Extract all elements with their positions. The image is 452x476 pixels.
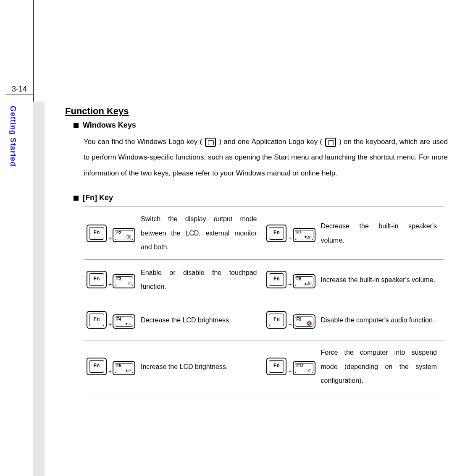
para-text-2: ) and one Application Logo key ( bbox=[219, 138, 324, 146]
page-content: Function Keys Windows Keys You can find … bbox=[65, 106, 448, 393]
windows-keys-heading: Windows Keys bbox=[74, 121, 448, 130]
f9-key-icon: F9🔇 bbox=[293, 314, 315, 329]
key-description: Decrease the built-in speaker's volume. bbox=[318, 214, 444, 252]
key-description: Disable the computer's audio function. bbox=[318, 308, 444, 332]
fn-key-icon: Fn bbox=[87, 311, 107, 329]
fn-key-icon: Fn bbox=[266, 358, 286, 375]
key-combo: Fn + F7▾🔊 bbox=[264, 220, 318, 247]
f12-key-icon: F12zᶻ bbox=[293, 361, 315, 375]
plus-icon: + bbox=[108, 235, 112, 241]
key-description: Force the computer into suspend mode (de… bbox=[318, 340, 444, 393]
fn-key-section: [Fn] Key Fn + F2⌧ Switch the display out… bbox=[65, 194, 448, 393]
plus-icon: + bbox=[288, 368, 292, 374]
square-bullet-icon bbox=[74, 196, 79, 201]
fn-key-icon: Fn bbox=[266, 225, 286, 242]
windows-keys-title: Windows Keys bbox=[83, 121, 136, 130]
page-number: 3-14 bbox=[12, 85, 27, 94]
plus-icon: + bbox=[288, 281, 292, 288]
page-title: Function Keys bbox=[65, 106, 448, 117]
sidebar-section-label: Getting Started bbox=[8, 106, 17, 167]
plus-icon: + bbox=[288, 321, 292, 328]
para-text-1: You can find the Windows Logo key ( bbox=[84, 138, 204, 146]
f4-key-icon: F4▾☼ bbox=[113, 314, 135, 329]
fn-key-icon: Fn bbox=[87, 358, 107, 375]
key-description: Increase the built-in speaker's volume. bbox=[318, 268, 444, 292]
page-num-underline bbox=[6, 94, 33, 94]
key-combo: Fn + F5▴☼ bbox=[84, 353, 138, 380]
plus-icon: + bbox=[108, 368, 112, 374]
f8-key-icon: F8▴🔊 bbox=[293, 274, 315, 288]
key-description: Enable or disable the touchpad function. bbox=[138, 261, 264, 299]
key-description: Switch the display output mode between t… bbox=[138, 207, 264, 259]
table-row: Fn + F2⌧ Switch the display output mode … bbox=[84, 207, 444, 260]
key-combo: Fn + F2⌧ bbox=[84, 220, 138, 247]
f7-key-icon: F7▾🔊 bbox=[293, 228, 315, 242]
fn-key-icon: Fn bbox=[266, 271, 286, 288]
fn-key-icon: Fn bbox=[87, 225, 107, 242]
key-combo: Fn + F8▴🔊 bbox=[264, 266, 318, 293]
fn-key-icon: Fn bbox=[87, 271, 107, 288]
plus-icon: + bbox=[108, 281, 112, 288]
key-combo: Fn + F3▭ bbox=[84, 266, 138, 293]
fn-key-icon: Fn bbox=[266, 311, 286, 329]
square-bullet-icon bbox=[74, 123, 79, 128]
key-combo: Fn + F12zᶻ bbox=[264, 353, 318, 380]
plus-icon: + bbox=[288, 235, 292, 241]
table-row: Fn + F5▴☼ Increase the LCD brightness. F… bbox=[84, 340, 444, 393]
key-description: Decrease the LCD brightness. bbox=[138, 308, 264, 332]
fn-key-table: Fn + F2⌧ Switch the display output mode … bbox=[84, 207, 444, 393]
key-description: Increase the LCD brightness. bbox=[138, 355, 264, 379]
table-row: Fn + F4▾☼ Decrease the LCD brightness. F… bbox=[84, 300, 444, 340]
fn-key-heading: [Fn] Key bbox=[74, 194, 448, 202]
plus-icon: + bbox=[108, 321, 112, 328]
fn-key-title: [Fn] Key bbox=[83, 194, 113, 202]
windows-keys-paragraph: You can find the Windows Logo key ( ) an… bbox=[84, 134, 448, 181]
key-combo: Fn + F9🔇 bbox=[264, 306, 318, 334]
windows-logo-key-icon bbox=[205, 138, 216, 147]
application-logo-key-icon bbox=[325, 138, 336, 147]
key-combo: Fn + F4▾☼ bbox=[84, 306, 138, 334]
sidebar-band bbox=[33, 102, 45, 476]
f2-key-icon: F2⌧ bbox=[113, 228, 135, 242]
f3-key-icon: F3▭ bbox=[113, 274, 135, 288]
f5-key-icon: F5▴☼ bbox=[113, 361, 135, 375]
table-row: Fn + F3▭ Enable or disable the touchpad … bbox=[84, 260, 444, 300]
